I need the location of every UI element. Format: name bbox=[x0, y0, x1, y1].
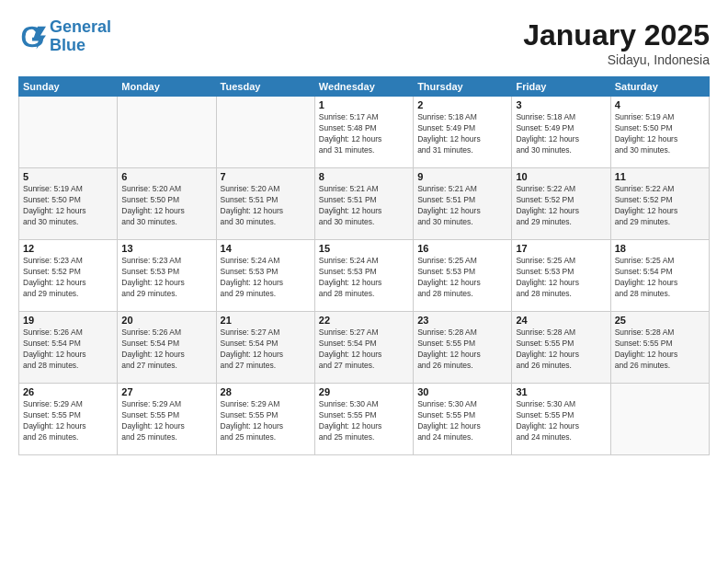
day-cell: 19Sunrise: 5:26 AM Sunset: 5:54 PM Dayli… bbox=[19, 312, 118, 384]
date-number: 4 bbox=[615, 99, 705, 110]
day-cell bbox=[216, 97, 314, 168]
day-cell: 31Sunrise: 5:30 AM Sunset: 5:55 PM Dayli… bbox=[512, 384, 610, 455]
header-wednesday: Wednesday bbox=[314, 77, 413, 97]
day-cell: 18Sunrise: 5:25 AM Sunset: 5:54 PM Dayli… bbox=[610, 240, 709, 312]
day-info: Sunrise: 5:26 AM Sunset: 5:54 PM Dayligh… bbox=[121, 327, 211, 372]
logo-general: General bbox=[50, 17, 111, 36]
day-cell: 20Sunrise: 5:26 AM Sunset: 5:54 PM Dayli… bbox=[118, 312, 216, 384]
day-cell bbox=[610, 384, 709, 455]
day-info: Sunrise: 5:18 AM Sunset: 5:49 PM Dayligh… bbox=[417, 112, 507, 156]
logo-text: General Blue bbox=[50, 18, 111, 55]
day-cell: 26Sunrise: 5:29 AM Sunset: 5:55 PM Dayli… bbox=[19, 384, 118, 455]
day-cell: 11Sunrise: 5:22 AM Sunset: 5:52 PM Dayli… bbox=[610, 168, 709, 240]
date-number: 2 bbox=[417, 99, 507, 110]
date-number: 19 bbox=[23, 315, 113, 326]
week-row-2: 5Sunrise: 5:19 AM Sunset: 5:50 PM Daylig… bbox=[19, 168, 710, 240]
day-info: Sunrise: 5:19 AM Sunset: 5:50 PM Dayligh… bbox=[615, 112, 705, 156]
title-block: January 2025 Sidayu, Indonesia bbox=[523, 18, 710, 67]
day-cell: 15Sunrise: 5:24 AM Sunset: 5:53 PM Dayli… bbox=[314, 240, 413, 312]
day-info: Sunrise: 5:24 AM Sunset: 5:53 PM Dayligh… bbox=[221, 256, 311, 300]
date-number: 16 bbox=[417, 243, 507, 254]
date-number: 14 bbox=[221, 243, 311, 254]
day-cell: 28Sunrise: 5:29 AM Sunset: 5:55 PM Dayli… bbox=[216, 384, 314, 455]
date-number: 18 bbox=[615, 243, 705, 254]
day-cell: 14Sunrise: 5:24 AM Sunset: 5:53 PM Dayli… bbox=[216, 240, 314, 312]
day-info: Sunrise: 5:28 AM Sunset: 5:55 PM Dayligh… bbox=[615, 327, 705, 372]
header-thursday: Thursday bbox=[414, 77, 512, 97]
page: General Blue January 2025 Sidayu, Indone… bbox=[0, 0, 728, 563]
day-cell bbox=[19, 97, 118, 168]
date-number: 26 bbox=[23, 386, 113, 397]
day-cell: 9Sunrise: 5:21 AM Sunset: 5:51 PM Daylig… bbox=[414, 168, 512, 240]
header-friday: Friday bbox=[512, 77, 610, 97]
day-info: Sunrise: 5:20 AM Sunset: 5:50 PM Dayligh… bbox=[121, 184, 211, 228]
day-cell: 4Sunrise: 5:19 AM Sunset: 5:50 PM Daylig… bbox=[610, 97, 709, 168]
day-cell: 2Sunrise: 5:18 AM Sunset: 5:49 PM Daylig… bbox=[414, 97, 512, 168]
day-info: Sunrise: 5:25 AM Sunset: 5:53 PM Dayligh… bbox=[417, 256, 507, 300]
day-cell: 24Sunrise: 5:28 AM Sunset: 5:55 PM Dayli… bbox=[512, 312, 610, 384]
day-info: Sunrise: 5:17 AM Sunset: 5:48 PM Dayligh… bbox=[319, 112, 409, 156]
day-info: Sunrise: 5:30 AM Sunset: 5:55 PM Dayligh… bbox=[319, 399, 409, 443]
day-info: Sunrise: 5:29 AM Sunset: 5:55 PM Dayligh… bbox=[121, 399, 211, 443]
date-number: 5 bbox=[23, 171, 113, 182]
day-cell: 10Sunrise: 5:22 AM Sunset: 5:52 PM Dayli… bbox=[512, 168, 610, 240]
day-cell: 3Sunrise: 5:18 AM Sunset: 5:49 PM Daylig… bbox=[512, 97, 610, 168]
date-number: 12 bbox=[23, 243, 113, 254]
day-info: Sunrise: 5:28 AM Sunset: 5:55 PM Dayligh… bbox=[417, 327, 507, 372]
day-cell: 17Sunrise: 5:25 AM Sunset: 5:53 PM Dayli… bbox=[512, 240, 610, 312]
header-row: Sunday Monday Tuesday Wednesday Thursday… bbox=[19, 77, 710, 97]
day-cell: 8Sunrise: 5:21 AM Sunset: 5:51 PM Daylig… bbox=[314, 168, 413, 240]
day-info: Sunrise: 5:29 AM Sunset: 5:55 PM Dayligh… bbox=[23, 399, 113, 443]
calendar-title: January 2025 bbox=[523, 18, 710, 52]
day-info: Sunrise: 5:20 AM Sunset: 5:51 PM Dayligh… bbox=[221, 184, 311, 228]
header: General Blue January 2025 Sidayu, Indone… bbox=[18, 18, 710, 67]
week-row-1: 1Sunrise: 5:17 AM Sunset: 5:48 PM Daylig… bbox=[19, 97, 710, 168]
date-number: 27 bbox=[121, 386, 211, 397]
date-number: 17 bbox=[516, 243, 606, 254]
date-number: 31 bbox=[516, 386, 606, 397]
day-info: Sunrise: 5:28 AM Sunset: 5:55 PM Dayligh… bbox=[516, 327, 606, 372]
date-number: 25 bbox=[615, 315, 705, 326]
date-number: 20 bbox=[121, 315, 211, 326]
day-cell: 12Sunrise: 5:23 AM Sunset: 5:52 PM Dayli… bbox=[19, 240, 118, 312]
header-saturday: Saturday bbox=[610, 77, 709, 97]
date-number: 23 bbox=[417, 315, 507, 326]
day-info: Sunrise: 5:19 AM Sunset: 5:50 PM Dayligh… bbox=[23, 184, 113, 228]
day-cell: 27Sunrise: 5:29 AM Sunset: 5:55 PM Dayli… bbox=[118, 384, 216, 455]
logo: General Blue bbox=[18, 18, 111, 55]
date-number: 6 bbox=[121, 171, 211, 182]
date-number: 21 bbox=[221, 315, 311, 326]
week-row-5: 26Sunrise: 5:29 AM Sunset: 5:55 PM Dayli… bbox=[19, 384, 710, 455]
day-cell: 13Sunrise: 5:23 AM Sunset: 5:53 PM Dayli… bbox=[118, 240, 216, 312]
header-monday: Monday bbox=[118, 77, 216, 97]
date-number: 22 bbox=[319, 315, 409, 326]
calendar-body: 1Sunrise: 5:17 AM Sunset: 5:48 PM Daylig… bbox=[19, 97, 710, 455]
date-number: 8 bbox=[319, 171, 409, 182]
day-cell bbox=[118, 97, 216, 168]
day-cell: 25Sunrise: 5:28 AM Sunset: 5:55 PM Dayli… bbox=[610, 312, 709, 384]
date-number: 13 bbox=[121, 243, 211, 254]
day-info: Sunrise: 5:27 AM Sunset: 5:54 PM Dayligh… bbox=[221, 327, 311, 372]
day-info: Sunrise: 5:30 AM Sunset: 5:55 PM Dayligh… bbox=[516, 399, 606, 443]
header-sunday: Sunday bbox=[19, 77, 118, 97]
date-number: 15 bbox=[319, 243, 409, 254]
day-info: Sunrise: 5:22 AM Sunset: 5:52 PM Dayligh… bbox=[615, 184, 705, 228]
day-info: Sunrise: 5:26 AM Sunset: 5:54 PM Dayligh… bbox=[23, 327, 113, 372]
date-number: 9 bbox=[417, 171, 507, 182]
date-number: 28 bbox=[221, 386, 311, 397]
header-tuesday: Tuesday bbox=[216, 77, 314, 97]
date-number: 24 bbox=[516, 315, 606, 326]
day-cell: 16Sunrise: 5:25 AM Sunset: 5:53 PM Dayli… bbox=[414, 240, 512, 312]
day-cell: 29Sunrise: 5:30 AM Sunset: 5:55 PM Dayli… bbox=[314, 384, 413, 455]
day-cell: 21Sunrise: 5:27 AM Sunset: 5:54 PM Dayli… bbox=[216, 312, 314, 384]
day-cell: 30Sunrise: 5:30 AM Sunset: 5:55 PM Dayli… bbox=[414, 384, 512, 455]
date-number: 7 bbox=[221, 171, 311, 182]
day-info: Sunrise: 5:21 AM Sunset: 5:51 PM Dayligh… bbox=[417, 184, 507, 228]
day-info: Sunrise: 5:24 AM Sunset: 5:53 PM Dayligh… bbox=[319, 256, 409, 300]
day-info: Sunrise: 5:21 AM Sunset: 5:51 PM Dayligh… bbox=[319, 184, 409, 228]
date-number: 1 bbox=[319, 99, 409, 110]
date-number: 30 bbox=[417, 386, 507, 397]
week-row-3: 12Sunrise: 5:23 AM Sunset: 5:52 PM Dayli… bbox=[19, 240, 710, 312]
day-cell: 1Sunrise: 5:17 AM Sunset: 5:48 PM Daylig… bbox=[314, 97, 413, 168]
week-row-4: 19Sunrise: 5:26 AM Sunset: 5:54 PM Dayli… bbox=[19, 312, 710, 384]
